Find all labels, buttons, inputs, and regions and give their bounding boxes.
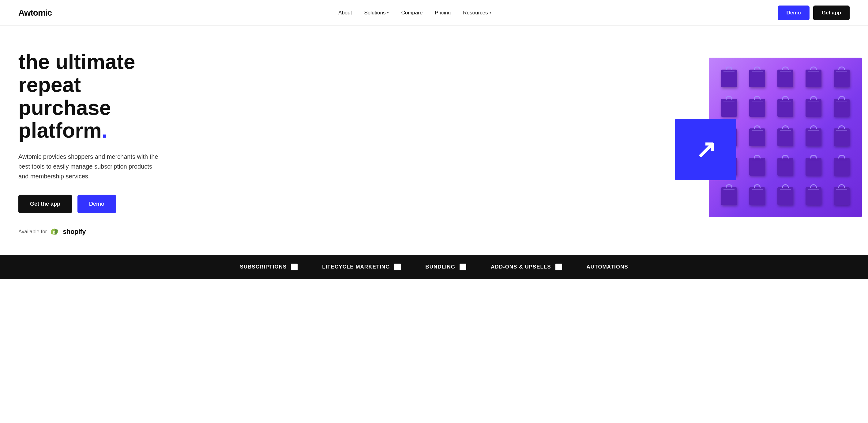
bag-item — [771, 152, 799, 181]
bar-label-automations: AUTOMATIONS — [587, 264, 628, 270]
bag-item — [799, 93, 828, 122]
arrow-icon: ↗ — [695, 137, 716, 162]
resources-dropdown-arrow: ▾ — [490, 11, 491, 15]
shopify-badge: shopify — [51, 227, 86, 237]
bag-item — [771, 122, 799, 152]
bag-item — [771, 93, 799, 122]
available-for-label: Available for — [19, 229, 47, 235]
bag-item — [743, 122, 771, 152]
bar-label-addons: ADD-ONS & UPSELLS — [491, 264, 551, 270]
bag-item — [799, 64, 828, 93]
bag-item — [743, 93, 771, 122]
bar-label-subscriptions: SUBSCRIPTIONS — [240, 264, 286, 270]
nav-item-compare[interactable]: Compare — [401, 10, 423, 16]
bar-square-addons — [555, 263, 562, 270]
bag-item — [799, 152, 828, 181]
bar-item-lifecycle: LIFECYCLE MARKETING — [310, 263, 413, 270]
nav-item-about[interactable]: About — [338, 10, 352, 16]
hero-title-line1: the ultimate repeat — [19, 50, 135, 96]
nav-links: About Solutions ▾ Compare Pricing Resour… — [338, 10, 491, 16]
bag-item — [743, 152, 771, 181]
bar-item-automations: AUTOMATIONS — [575, 264, 641, 270]
bottom-bar-items: SUBSCRIPTIONS LIFECYCLE MARKETING BUNDLI… — [19, 263, 849, 270]
bag-item — [771, 181, 799, 211]
bar-label-bundling: BUNDLING — [425, 264, 455, 270]
bag-item — [715, 64, 743, 93]
hero-image-area: ↗ — [690, 64, 849, 223]
bag-item — [799, 122, 828, 152]
hero-title-dot: . — [102, 119, 107, 142]
nav-link-compare[interactable]: Compare — [401, 10, 423, 16]
demo-hero-button[interactable]: Demo — [78, 195, 116, 213]
nav-link-pricing[interactable]: Pricing — [435, 10, 451, 16]
bar-item-subscriptions: SUBSCRIPTIONS — [227, 263, 310, 270]
bar-square-bundling — [460, 263, 466, 270]
hero-description: Awtomic provides shoppers and merchants … — [19, 152, 159, 181]
hero-content: the ultimate repeat purchase platform. A… — [19, 50, 196, 237]
hero-section: the ultimate repeat purchase platform. A… — [0, 26, 868, 255]
bag-item — [828, 122, 856, 152]
shopify-icon — [51, 227, 60, 237]
bag-item — [828, 93, 856, 122]
available-for: Available for shopify — [19, 227, 196, 237]
bar-label-lifecycle: LIFECYCLE MARKETING — [322, 264, 390, 270]
bag-item — [743, 181, 771, 211]
hero-title-line2: purchase platform — [19, 96, 111, 142]
bag-item — [771, 64, 799, 93]
brand-logo[interactable]: Awtomic — [19, 8, 52, 18]
nav-link-solutions[interactable]: Solutions ▾ — [364, 10, 389, 16]
nav-item-pricing[interactable]: Pricing — [435, 10, 451, 16]
navbar: Awtomic About Solutions ▾ Compare Pricin… — [0, 0, 868, 26]
bar-square-subscriptions — [291, 263, 298, 270]
bag-item — [799, 181, 828, 211]
bag-item — [743, 64, 771, 93]
getapp-nav-button[interactable]: Get app — [813, 5, 849, 20]
nav-item-resources[interactable]: Resources ▾ — [463, 10, 491, 16]
bar-square-lifecycle — [394, 263, 401, 270]
bag-item — [828, 152, 856, 181]
bag-item — [828, 181, 856, 211]
bag-item — [715, 181, 743, 211]
demo-button[interactable]: Demo — [778, 5, 809, 20]
bar-item-bundling: BUNDLING — [413, 263, 478, 270]
nav-link-about[interactable]: About — [338, 10, 352, 16]
bar-item-addons: ADD-ONS & UPSELLS — [478, 263, 574, 270]
bottom-bar: SUBSCRIPTIONS LIFECYCLE MARKETING BUNDLI… — [0, 255, 868, 279]
nav-actions: Demo Get app — [778, 5, 849, 20]
arrow-box: ↗ — [675, 119, 736, 180]
solutions-dropdown-arrow: ▾ — [387, 11, 389, 15]
bag-item — [828, 64, 856, 93]
shopify-label: shopify — [63, 228, 86, 236]
nav-link-resources[interactable]: Resources ▾ — [463, 10, 491, 16]
hero-title: the ultimate repeat purchase platform. — [19, 50, 196, 142]
nav-item-solutions[interactable]: Solutions ▾ — [364, 10, 389, 16]
hero-buttons: Get the app Demo — [19, 195, 196, 213]
bag-item — [715, 93, 743, 122]
getapp-hero-button[interactable]: Get the app — [19, 195, 72, 213]
